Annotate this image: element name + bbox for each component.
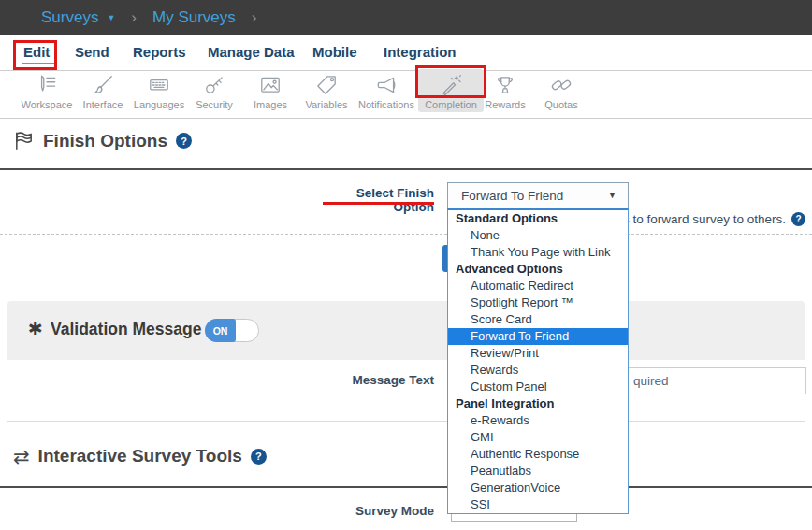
finish-options-heading: Finish Options ?: [13, 130, 192, 151]
select-finish-option-label: Select Finish Option: [318, 186, 434, 214]
validation-message-toggle[interactable]: ON: [205, 319, 259, 342]
toolbar-label: Workspace: [22, 99, 73, 110]
active-tab-underline: [22, 63, 56, 64]
dashed-divider: [0, 234, 812, 235]
breadcrumb: Surveys ▼ › My Surveys ›: [0, 0, 812, 35]
toolbar-label: Interface: [83, 99, 123, 110]
app-window: Surveys ▼ › My Surveys › Edit Send Repor…: [0, 0, 812, 530]
trophy-icon: [493, 73, 517, 97]
section-bottom-border: [7, 421, 805, 422]
interactive-survey-tools-title: Interactive Survey Tools: [38, 446, 242, 466]
dropdown-option[interactable]: Spotlight Report ™: [448, 294, 628, 311]
dropdown-option[interactable]: Authentic Response: [448, 446, 628, 463]
tab-reports[interactable]: Reports: [133, 44, 186, 60]
toolbar-item-notifications[interactable]: Notifications: [354, 73, 419, 112]
dropdown-option[interactable]: GMI: [448, 429, 628, 446]
breadcrumb-my-surveys[interactable]: My Surveys: [152, 8, 236, 27]
finish-option-select[interactable]: Forward To Friend ▼: [447, 182, 629, 208]
dropdown-option[interactable]: None: [448, 227, 628, 244]
toolbar-label: Quotas: [544, 99, 577, 110]
caret-down-icon: ▼: [608, 191, 616, 200]
help-icon[interactable]: ?: [251, 449, 267, 465]
help-icon[interactable]: ?: [176, 133, 192, 149]
main-menu: Edit Send Reports Manage Data Mobile Int…: [0, 35, 812, 71]
dropdown-option[interactable]: Rewards: [448, 362, 628, 379]
annotation-underline-select-finish: [323, 202, 434, 205]
toolbar-label: Notifications: [358, 99, 414, 110]
caret-down-icon[interactable]: ▼: [107, 13, 115, 22]
toolbar-label: Security: [196, 99, 233, 110]
breadcrumb-surveys[interactable]: Surveys: [41, 8, 98, 27]
dropdown-option[interactable]: Score Card: [448, 311, 628, 328]
megaphone-icon: [374, 73, 399, 97]
dropdown-group-header: Standard Options: [448, 210, 628, 227]
chevron-right-icon: ›: [131, 8, 137, 27]
toggle-on-state: ON: [205, 319, 236, 342]
dropdown-group-header: Panel Integration: [448, 395, 628, 412]
message-text-visible-value: quired: [633, 368, 669, 394]
dropdown-option[interactable]: Automatic Redirect: [448, 278, 628, 294]
toolbar-label: Images: [254, 99, 287, 110]
tab-integration[interactable]: Integration: [384, 44, 457, 60]
forward-help-text: ents to forward survey to others. ?: [605, 212, 805, 226]
section-divider: [0, 486, 812, 488]
toolbar-item-quotas[interactable]: Quotas: [529, 73, 594, 112]
dropdown-option[interactable]: Peanutlabs: [448, 463, 628, 480]
tab-mobile[interactable]: Mobile: [312, 44, 357, 60]
tab-send[interactable]: Send: [75, 44, 109, 60]
magic-wand-icon: [439, 73, 463, 97]
dropdown-option-selected[interactable]: Forward To Friend: [448, 328, 628, 345]
toolbar-label: Languages: [134, 99, 184, 110]
image-icon: [258, 73, 283, 97]
toolbar-item-variables[interactable]: Variables: [294, 73, 359, 112]
survey-toolbar: Workspace Interface Languages Security I…: [0, 71, 812, 119]
key-icon: [202, 73, 226, 97]
tag-icon: [314, 73, 339, 97]
pen-list-icon: [35, 73, 59, 97]
page-title: Finish Options: [43, 131, 167, 151]
validation-message-title: Validation Message: [51, 320, 201, 339]
dropdown-option[interactable]: Custom Panel: [448, 379, 628, 395]
message-text-label: Message Text: [318, 373, 434, 387]
dropdown-option[interactable]: GenerationVoice: [448, 480, 628, 496]
finish-option-select-value: Forward To Friend: [461, 189, 563, 203]
toolbar-label: Completion: [425, 99, 477, 110]
toolbar-label: Rewards: [485, 99, 525, 110]
dropdown-group-header: Advanced Options: [448, 261, 628, 278]
toolbar-label: Variables: [305, 99, 347, 110]
chain-links-icon: [549, 73, 573, 97]
dropdown-option[interactable]: e-Rewards: [448, 412, 628, 429]
tab-edit[interactable]: Edit: [23, 44, 50, 60]
swap-arrows-icon: ⇄: [13, 447, 30, 466]
keyboard-icon: [147, 73, 171, 97]
checkered-flag-icon: [13, 130, 35, 151]
dropdown-option[interactable]: Thank You Page with Link: [448, 244, 628, 261]
dropdown-option[interactable]: SSI: [448, 496, 628, 513]
tab-manage-data[interactable]: Manage Data: [208, 44, 295, 60]
brush-icon: [91, 73, 115, 97]
help-icon[interactable]: ?: [791, 212, 805, 226]
interactive-survey-tools-heading: ⇄ Interactive Survey Tools ?: [13, 446, 267, 466]
survey-mode-label: Survey Mode: [318, 504, 434, 518]
dropdown-option[interactable]: Review/Print: [448, 345, 628, 362]
chevron-right-icon: ›: [252, 8, 257, 27]
asterisk-icon: ✱: [28, 318, 43, 339]
finish-option-dropdown-list: Standard Options None Thank You Page wit…: [447, 208, 629, 514]
section-divider: [0, 168, 812, 170]
forward-help-fragment: ents to forward survey to others.: [605, 212, 786, 226]
